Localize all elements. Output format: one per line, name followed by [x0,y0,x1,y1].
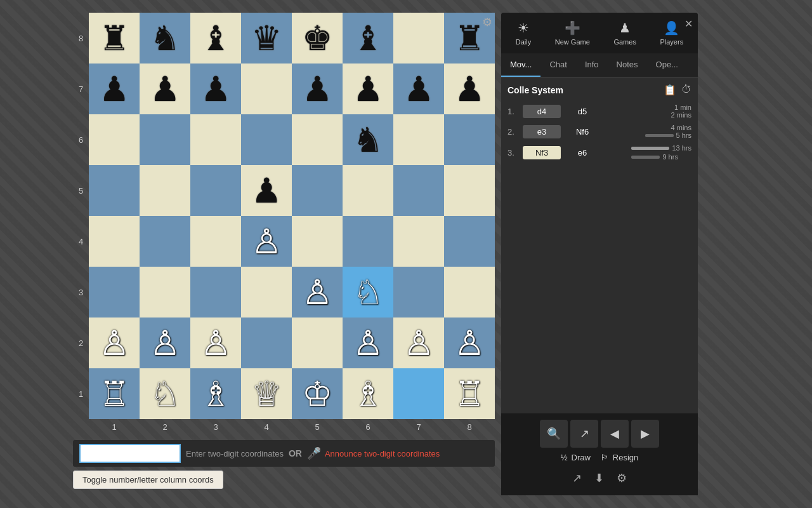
cell-g3[interactable] [393,267,444,318]
cell-g7[interactable]: ♟ [393,64,444,114]
cell-d8[interactable]: ♛ [241,13,292,64]
download-icon[interactable]: ⬇ [594,471,604,485]
move-1-black[interactable]: d5 [563,105,601,118]
move-1-white[interactable]: d4 [523,105,561,118]
cell-g1[interactable] [393,368,444,419]
cell-c2[interactable]: ♙ [190,318,241,368]
cell-d1[interactable]: ♕ [241,368,292,419]
cell-a1[interactable]: ♖ [89,368,140,419]
cell-b1[interactable]: ♘ [140,368,190,419]
cell-b5[interactable] [140,165,190,216]
share-button[interactable]: ↗ [570,420,598,448]
move-2-white[interactable]: e3 [523,125,561,138]
tab-chat[interactable]: Chat [540,53,575,77]
cell-f8[interactable]: ♝ [343,13,393,64]
cell-d3[interactable] [241,267,292,318]
settings-icon[interactable]: ⚙ [617,471,627,485]
cell-h1[interactable]: ♖ [444,368,495,419]
cell-a3[interactable] [89,267,140,318]
draw-button[interactable]: ½ Draw [561,453,591,462]
cell-e5[interactable] [292,165,343,216]
move-2-black[interactable]: Nf6 [563,125,601,138]
cell-h2[interactable]: ♙ [444,318,495,368]
cell-h7[interactable]: ♟ [444,64,495,114]
cell-b4[interactable] [140,216,190,267]
next-button[interactable]: ▶ [631,420,659,448]
cell-g2[interactable]: ♙ [393,318,444,368]
cell-e2[interactable] [292,318,343,368]
nav-daily[interactable]: ☀ Daily [509,18,537,48]
toggle-coords-button[interactable]: Toggle number/letter column coords [73,471,223,489]
tab-notes[interactable]: Notes [608,53,647,77]
clock-icon[interactable]: ⏱ [681,84,691,96]
cell-a6[interactable] [89,114,140,165]
cell-c6[interactable] [190,114,241,165]
cell-g4[interactable] [393,216,444,267]
nav-new-game[interactable]: ➕ New Game [549,18,596,48]
cell-g6[interactable] [393,114,444,165]
cell-b2[interactable]: ♙ [140,318,190,368]
search-button[interactable]: 🔍 [540,420,568,448]
cell-e4[interactable] [292,216,343,267]
book-icon[interactable]: 📋 [664,84,676,96]
cell-d5[interactable]: ♟ [241,165,292,216]
rank-4: 4 [73,216,89,267]
cell-e6[interactable] [292,114,343,165]
cell-h5[interactable] [444,165,495,216]
rank-3: 3 [73,267,89,318]
cell-b7[interactable]: ♟ [140,64,190,114]
cell-c1[interactable]: ♗ [190,368,241,419]
cell-b8[interactable]: ♞ [140,13,190,64]
cell-c8[interactable]: ♝ [190,13,241,64]
prev-button[interactable]: ◀ [601,420,629,448]
cell-a5[interactable] [89,165,140,216]
cell-d7[interactable] [241,64,292,114]
move-3-black[interactable]: e6 [563,146,601,159]
cell-c7[interactable]: ♟ [190,64,241,114]
cell-a8[interactable]: ♜ [89,13,140,64]
tab-info[interactable]: Info [576,53,608,77]
cell-d6[interactable] [241,114,292,165]
cell-a7[interactable]: ♟ [89,64,140,114]
cell-h3[interactable] [444,267,495,318]
cell-f1[interactable]: ♗ [343,368,393,419]
cell-f4[interactable] [343,216,393,267]
cell-h4[interactable] [444,216,495,267]
mic-announce-button[interactable]: 🎤 Announce two-digit coordinates [307,446,440,460]
cell-f7[interactable]: ♟ [343,64,393,114]
cell-g8[interactable] [393,13,444,64]
share-bottom-icon[interactable]: ↗ [572,471,582,485]
cell-e3[interactable]: ♙ [292,267,343,318]
coord-input[interactable] [79,444,181,463]
nav-games[interactable]: ♟ Games [607,18,642,48]
chess-board[interactable]: ♜♞♝♛♚♝♜♟♟♟♟♟♟♟♞♟♙♙♘♙♙♙♙♙♙♖♘♗♕♔♗♖ [89,13,495,419]
cell-f6[interactable]: ♞ [343,114,393,165]
board-settings-button[interactable]: ⚙ [480,13,495,32]
cell-c4[interactable] [190,216,241,267]
piece-d1: ♕ [251,377,282,411]
close-button[interactable]: ✕ [684,18,693,30]
cell-d4[interactable]: ♙ [241,216,292,267]
cell-b3[interactable] [140,267,190,318]
cell-e1[interactable]: ♔ [292,368,343,419]
cell-a2[interactable]: ♙ [89,318,140,368]
cell-e7[interactable]: ♟ [292,64,343,114]
cell-g5[interactable] [393,165,444,216]
cell-f3[interactable]: ♘ [343,267,393,318]
cell-d2[interactable] [241,318,292,368]
resign-button[interactable]: 🏳 Resign [601,453,638,462]
cell-e8[interactable]: ♚ [292,13,343,64]
tab-opening[interactable]: Ope... [647,53,687,77]
nav-games-label: Games [613,38,636,46]
file-1: 1 [89,419,140,435]
cell-f2[interactable]: ♙ [343,318,393,368]
cell-b6[interactable] [140,114,190,165]
cell-c5[interactable] [190,165,241,216]
move-3-white[interactable]: Nf3 [523,146,561,159]
players-icon: 👤 [664,20,679,36]
cell-h6[interactable] [444,114,495,165]
cell-a4[interactable] [89,216,140,267]
tab-moves[interactable]: Mov... [501,53,540,77]
cell-f5[interactable] [343,165,393,216]
cell-c3[interactable] [190,267,241,318]
